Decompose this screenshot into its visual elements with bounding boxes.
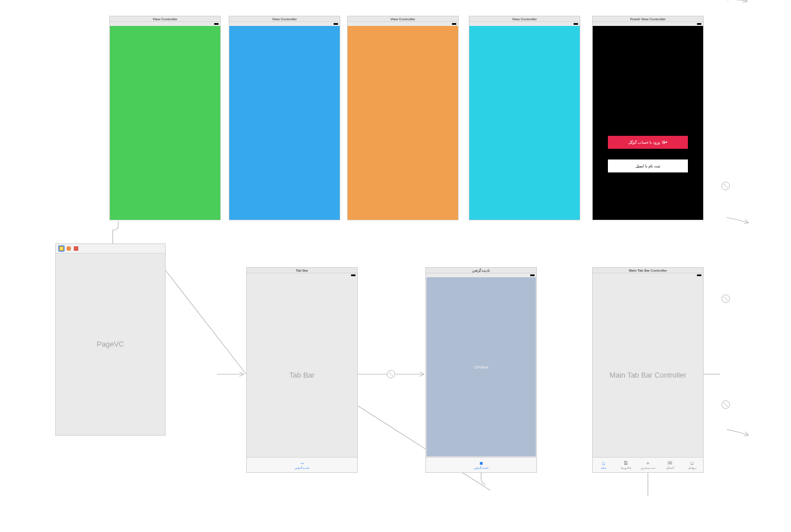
- svg-point-6: [722, 401, 730, 409]
- main-tabbar-controller-scene[interactable]: Main Tab Bar Controller Main Tab Bar Con…: [592, 267, 704, 473]
- tab-label: نادیده گرفتن: [295, 467, 309, 469]
- svg-line-1: [389, 372, 393, 376]
- vc-scene-3[interactable]: View Controller: [469, 16, 580, 220]
- google-plus-icon: G+: [662, 140, 668, 144]
- view-body: ورود با حساب گوگل G+ ثبت نام با ایمیل: [593, 26, 703, 220]
- tab-label: خانه: [601, 467, 606, 469]
- scene-title: Tab Bar: [247, 268, 357, 273]
- tab-label: ثبت سفارش: [641, 467, 655, 469]
- tab-item[interactable]: → نادیده گرفتن: [247, 460, 357, 469]
- first-responder-icon[interactable]: [66, 246, 71, 251]
- chat-icon: ✉: [668, 460, 672, 466]
- battery-icon: [452, 23, 456, 25]
- status-bar: [593, 22, 703, 26]
- status-bar: [426, 273, 536, 277]
- tab-label: فاکتورها: [621, 467, 631, 469]
- svg-line-5: [723, 296, 728, 301]
- tab-invoices[interactable]: 🗎 فاکتورها: [615, 460, 637, 469]
- scene-title: View Controller: [110, 16, 220, 22]
- scene-title: View Controller: [348, 16, 458, 22]
- status-bar: [110, 22, 220, 26]
- vc-scene-2[interactable]: View Controller: [347, 16, 459, 220]
- status-bar: [348, 22, 458, 26]
- svg-line-7: [723, 402, 728, 407]
- pagevc-scene[interactable]: PageVC: [55, 243, 166, 436]
- uiview-label: UIView: [474, 365, 488, 370]
- tab-item[interactable]: ■ نادیده گرفتن: [426, 460, 536, 469]
- scene-header: [56, 244, 165, 254]
- scene-title: View Controller: [469, 16, 580, 22]
- tab-label: پروفایل: [688, 467, 696, 469]
- view-body: [229, 26, 340, 220]
- tab-order[interactable]: ＋ ثبت سفارش: [637, 460, 659, 469]
- view-body: [469, 26, 580, 220]
- battery-icon: [214, 23, 219, 25]
- email-signup-button[interactable]: ثبت نام با ایمیل: [608, 159, 688, 172]
- vc-scene-0[interactable]: View Controller: [109, 16, 221, 220]
- status-bar: [229, 22, 340, 26]
- svg-point-4: [722, 295, 730, 303]
- scene-title: نادیده گرفتن: [426, 268, 536, 273]
- svg-point-0: [387, 370, 395, 378]
- scene-title: Fiveth View Controller: [593, 16, 703, 22]
- vc-icon[interactable]: [59, 246, 64, 251]
- tab-chat[interactable]: ✉ گفتگو: [659, 460, 681, 469]
- svg-point-2: [722, 182, 730, 190]
- svg-line-3: [723, 184, 728, 188]
- battery-icon: [697, 274, 701, 276]
- arrow-right-icon: →: [299, 460, 305, 466]
- tabbar-scene[interactable]: Tab Bar Tab Bar → نادیده گرفتن: [246, 267, 358, 473]
- button-label: ورود با حساب گوگل: [628, 140, 660, 145]
- battery-icon: [574, 23, 578, 25]
- profile-icon: ☺: [689, 460, 695, 466]
- tab-bar: ⌂ خانه 🗎 فاکتورها ＋ ثبت سفارش ✉ گفتگو ☺ …: [593, 457, 703, 472]
- tab-bar: → نادیده گرفتن: [247, 457, 357, 472]
- fiveth-vc-scene[interactable]: Fiveth View Controller ورود با حساب گوگل…: [592, 16, 704, 220]
- uiview[interactable]: UIView: [426, 277, 536, 456]
- home-icon: ⌂: [602, 460, 606, 466]
- button-label: ثبت نام با ایمیل: [636, 164, 660, 169]
- vc-scene-1[interactable]: View Controller: [229, 16, 340, 220]
- square-icon: ■: [479, 460, 483, 466]
- uiview-scene[interactable]: نادیده گرفتن UIView ■ نادیده گرفتن: [425, 267, 537, 473]
- tab-home[interactable]: ⌂ خانه: [593, 460, 615, 469]
- placeholder-label: PageVC: [56, 340, 165, 348]
- view-body: [110, 26, 220, 220]
- tab-bar: ■ نادیده گرفتن: [426, 457, 536, 472]
- placeholder-label: Main Tab Bar Controller: [593, 371, 703, 379]
- view-body: [348, 26, 458, 220]
- status-bar: [593, 273, 703, 277]
- battery-icon: [697, 23, 701, 25]
- document-icon: 🗎: [623, 460, 629, 466]
- scene-title: Main Tab Bar Controller: [593, 268, 703, 273]
- status-bar: [469, 22, 580, 26]
- battery-icon: [334, 23, 338, 25]
- placeholder-label: Tab Bar: [247, 371, 357, 379]
- status-bar: [247, 273, 357, 277]
- google-login-button[interactable]: ورود با حساب گوگل G+: [608, 136, 688, 149]
- tab-profile[interactable]: ☺ پروفایل: [681, 460, 703, 469]
- exit-icon[interactable]: [74, 246, 78, 251]
- plus-icon: ＋: [645, 460, 651, 466]
- tab-label: نادیده گرفتن: [474, 467, 488, 469]
- battery-icon: [351, 274, 355, 276]
- battery-icon: [530, 274, 535, 276]
- tab-label: گفتگو: [666, 467, 674, 469]
- scene-title: View Controller: [229, 16, 340, 22]
